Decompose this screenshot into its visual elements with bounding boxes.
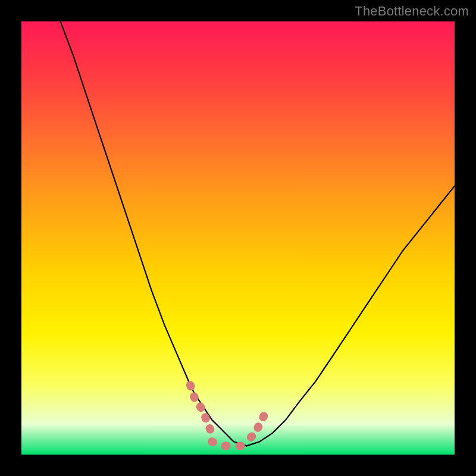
chart-svg [21, 21, 455, 455]
outer-frame: TheBottleneck.com [0, 0, 476, 476]
plot-area [21, 21, 455, 455]
left-curve [61, 21, 247, 446]
right-curve [247, 186, 455, 446]
right-highlight [251, 407, 268, 437]
watermark-text: TheBottleneck.com [355, 4, 469, 19]
